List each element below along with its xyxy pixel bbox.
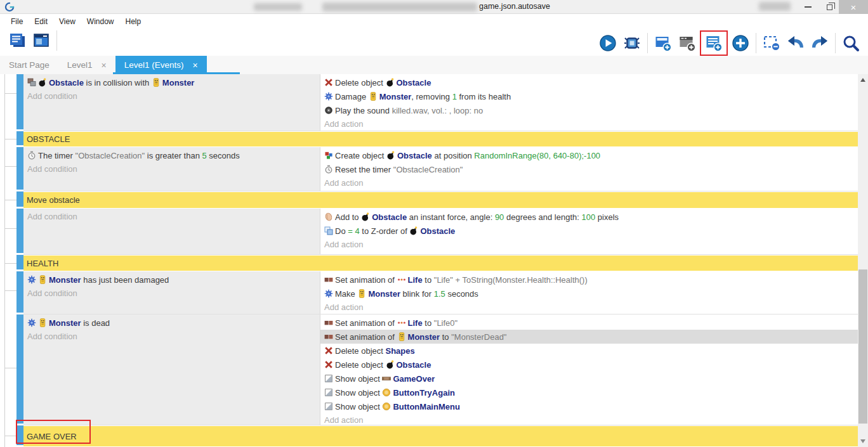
add-action-link[interactable]: Add action: [320, 117, 858, 131]
add-external-events-button[interactable]: [678, 34, 697, 53]
action-line[interactable]: Show object ButtonMainMenu: [320, 399, 858, 413]
event-drag-bar[interactable]: [16, 74, 23, 129]
action-line[interactable]: Show object GameOver: [320, 372, 858, 385]
event-drag-bar[interactable]: [16, 314, 23, 424]
action-line[interactable]: Add to Obstacle an instant force, angle:…: [320, 210, 858, 224]
restore-button[interactable]: [820, 0, 839, 14]
add-action-link[interactable]: Add action: [320, 413, 858, 425]
event-drag-bar[interactable]: [16, 209, 23, 253]
condition-line[interactable]: The timer "ObstacleCreation" is greater …: [23, 148, 320, 162]
scroll-up-arrow-icon[interactable]: [860, 78, 865, 82]
event-drag-bar[interactable]: [16, 191, 23, 207]
conditions-column: Add condition: [23, 209, 320, 254]
group-bar-obstacle[interactable]: OBSTACLE: [23, 132, 858, 146]
tab-level1[interactable]: Level1×: [58, 56, 115, 74]
action-line[interactable]: Make Monster blink for 1.5 seconds: [320, 287, 858, 301]
group-bar-health[interactable]: HEALTH: [23, 256, 858, 271]
action-line[interactable]: Reset the timer "ObstacleCreation": [320, 162, 858, 176]
event-text-object: Obstacle: [397, 360, 431, 370]
toolbar-right-group: [596, 30, 863, 56]
action-line[interactable]: Delete object Shapes: [320, 344, 858, 358]
action-line[interactable]: Create object Obstacle at position Rando…: [320, 148, 858, 162]
menu-item-view[interactable]: View: [53, 16, 81, 27]
play-button[interactable]: [598, 34, 617, 53]
add-condition-link[interactable]: Add condition: [23, 89, 320, 103]
open-project-button[interactable]: [8, 31, 27, 50]
tree-tick: [4, 368, 16, 368]
add-condition-link[interactable]: Add condition: [23, 210, 320, 223]
condition-line[interactable]: Obstacle is in collision with Monster: [23, 75, 320, 89]
action-line[interactable]: Set animation of Life to "Life0": [320, 316, 858, 330]
event-drag-bar[interactable]: [16, 271, 23, 313]
menu-item-file[interactable]: File: [5, 16, 29, 27]
event-text-plain: is dead: [81, 318, 110, 328]
redacted-path-segment: [759, 2, 791, 11]
event-text-plain: pixels: [595, 212, 619, 222]
event-drag-bar[interactable]: [16, 255, 23, 269]
tree-tick: [4, 93, 16, 94]
conditions-column: Obstacle is in collision with MonsterAdd…: [23, 74, 320, 131]
event-text-object: Monster: [368, 289, 400, 299]
animation-icon: [324, 318, 333, 327]
group-bar-game-over[interactable]: GAME OVER: [23, 426, 858, 446]
group-label: HEALTH: [27, 259, 58, 268]
add-event-button[interactable]: [704, 34, 723, 53]
add-condition-link[interactable]: Add condition: [23, 287, 320, 300]
add-condition-link[interactable]: Add condition: [23, 162, 320, 176]
button-icon: [382, 402, 391, 411]
tab-close-icon[interactable]: ×: [193, 60, 198, 70]
menu-item-edit[interactable]: Edit: [29, 16, 53, 27]
timer-icon: [27, 151, 36, 160]
event-drag-bar[interactable]: [16, 131, 23, 145]
add-action-link[interactable]: Add action: [320, 301, 858, 314]
tab-start-page[interactable]: Start Page: [0, 56, 58, 74]
add-action-link[interactable]: Add action: [320, 176, 858, 190]
menu-bar: FileEditViewWindowHelp: [0, 15, 868, 28]
action-line[interactable]: Delete object Obstacle: [320, 75, 858, 89]
group-label: OBSTACLE: [27, 134, 70, 144]
collision-icon: [27, 78, 36, 87]
add-condition-link[interactable]: Add condition: [23, 330, 320, 343]
add-object-button[interactable]: [731, 34, 750, 53]
event-text-plain: Play the sound: [335, 106, 392, 115]
project-manager-button[interactable]: [32, 31, 51, 50]
menu-item-window[interactable]: Window: [81, 16, 120, 27]
search-button[interactable]: [841, 34, 860, 53]
event-body: Monster is deadAdd conditionSet animatio…: [23, 314, 858, 425]
menu-item-help[interactable]: Help: [120, 16, 147, 27]
event-drag-bar[interactable]: [16, 425, 23, 445]
monster-icon: [397, 332, 406, 341]
tree-tick: [4, 228, 16, 229]
action-line[interactable]: Damage Monster, removing 1 from its heal…: [320, 89, 858, 103]
scrollbar-thumb[interactable]: [858, 269, 867, 424]
scroll-down-arrow-icon[interactable]: [860, 439, 865, 443]
toolbar-separator: [835, 33, 836, 53]
action-line[interactable]: Play the sound killed.wav, vol.: , loop:…: [320, 103, 858, 117]
event-drag-bar[interactable]: [16, 147, 23, 190]
tab-close-icon[interactable]: ×: [102, 60, 107, 70]
event-text-str: "Life0": [434, 318, 457, 328]
action-line[interactable]: Set animation of Life to "Life" + ToStri…: [320, 273, 858, 287]
redo-button[interactable]: [810, 34, 829, 53]
bomb-icon: [361, 212, 370, 221]
group-bar-move-obstacle[interactable]: Move obstacle: [23, 192, 858, 208]
actions-column: Delete object ObstacleDamage Monster, re…: [320, 74, 858, 131]
action-line[interactable]: Delete object Obstacle: [320, 358, 858, 372]
event-text-plain: from its health: [457, 92, 511, 101]
undo-button[interactable]: [786, 34, 805, 53]
minimize-button[interactable]: [798, 0, 817, 14]
add-scene-button[interactable]: [654, 34, 673, 53]
event-text-str: "ObstacleCreation": [76, 151, 145, 160]
redacted-path-segment: [254, 3, 302, 11]
event-body: Monster has just been damagedAdd conditi…: [23, 271, 858, 314]
deselect-button[interactable]: [762, 34, 781, 53]
action-line[interactable]: Show object ButtonTryAgain: [320, 385, 858, 399]
action-line[interactable]: Do = 4 to Z-order of Obstacle: [320, 224, 858, 238]
debug-button[interactable]: [622, 34, 641, 53]
close-button[interactable]: ×: [839, 0, 868, 14]
condition-line[interactable]: Monster is dead: [23, 316, 320, 330]
add-action-link[interactable]: Add action: [320, 238, 858, 251]
action-line-selected[interactable]: Set animation of Monster to "MonsterDead…: [320, 330, 858, 344]
condition-line[interactable]: Monster has just been damaged: [23, 273, 320, 287]
tab-level1-events-[interactable]: Level1 (Events)×: [115, 56, 207, 74]
